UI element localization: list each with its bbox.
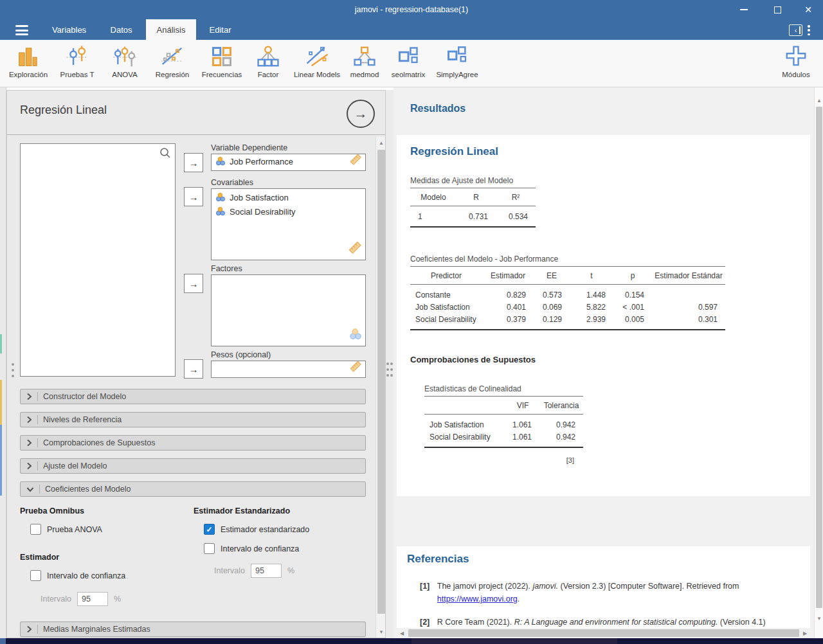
checkbox-unchecked-icon (204, 543, 215, 554)
section-comprobaciones-de-supuestos[interactable]: Comprobaciones de Supuestos (20, 435, 366, 451)
interval-input[interactable]: 95 (251, 564, 282, 578)
references-card: Referencias [1] The jamovi project (2022… (397, 546, 810, 628)
weights-field[interactable] (211, 361, 366, 378)
jamovi-org-link[interactable]: https://www.jamovi.org (437, 595, 518, 604)
table-footnote: [3] (424, 456, 583, 464)
reference-item: [1] The jamovi project (2022). jamovi. (… (420, 580, 761, 606)
scroll-left-icon[interactable]: ◀ (398, 628, 406, 638)
standardized-ci-checkbox[interactable]: Intervalo de confianza (204, 543, 299, 554)
variable-item[interactable]: Social Desirability (212, 204, 365, 219)
results-vertical-scrollbar[interactable]: ▲ ▼ (814, 87, 823, 638)
assign-covariates-button[interactable]: → (184, 187, 203, 206)
interval-input[interactable]: 95 (77, 592, 108, 606)
references-heading[interactable]: Referencias (407, 553, 469, 566)
ci-checkbox[interactable]: Intervalo de confianza (30, 570, 125, 581)
close-icon: ✕ (804, 5, 812, 14)
scroll-up-icon[interactable]: ▲ (815, 96, 823, 104)
ci-interval-row: Intervalo 95 % (41, 592, 121, 606)
collinearity-table[interactable]: VIF Tolerancia Job Satisfaction 1.061 0.… (424, 398, 583, 448)
table-row: Job Satisfaction 1.061 0.942 (424, 415, 583, 431)
run-arrow-icon: → (354, 106, 368, 121)
analysis-options-panel: Regresión Lineal → → → → → Variable Depe… (6, 90, 386, 638)
menu-button[interactable] (10, 24, 33, 37)
chevron-right-icon (26, 625, 32, 633)
continuous-variable-icon (215, 192, 226, 202)
maximize-button[interactable] (766, 0, 788, 19)
ribbon-pruebas-t-button[interactable]: Pruebas T (53, 42, 102, 85)
fit-table[interactable]: Modelo R R² 1 0.731 0.534 (410, 190, 536, 228)
weights-label: Pesos (opcional) (211, 350, 271, 359)
tab-datos[interactable]: Datos (96, 19, 146, 40)
coef-table-title: Coeficientes del Modelo - Job Performanc… (410, 255, 725, 267)
assign-weights-button[interactable]: → (184, 359, 203, 379)
ribbon-linear-models-button[interactable]: Linear Models (289, 42, 345, 85)
scrollbar-thumb[interactable] (408, 629, 799, 637)
panel-splitter[interactable] (386, 90, 393, 638)
tab-editar[interactable]: Editar (196, 19, 244, 40)
panel-resize-handle[interactable] (12, 363, 14, 377)
more-menu-icon[interactable] (806, 25, 812, 35)
dependent-variable-label: Variable Dependiente (211, 143, 287, 152)
simplyagree-icon (446, 42, 469, 71)
variable-item[interactable]: Job Satisfaction (212, 189, 365, 204)
ribbon-modulos-button[interactable]: Módulos (773, 42, 818, 85)
continuous-variable-icon (215, 156, 226, 166)
percent-label: % (114, 595, 121, 604)
omnibus-heading: Prueba Omnibus (20, 506, 84, 515)
section-ajuste-del-modelo[interactable]: Ajuste del Modelo (20, 458, 366, 474)
minimize-button[interactable] (733, 0, 755, 19)
ribbon-factor-button[interactable]: Factor (247, 42, 289, 85)
scroll-up-icon[interactable]: ▲ (376, 139, 386, 147)
dependent-variable-field[interactable]: Job Performance (211, 154, 366, 171)
hide-options-button[interactable]: → (347, 100, 375, 128)
frequencies-icon (210, 42, 233, 71)
results-horizontal-scrollbar[interactable]: ◀ ▶ (397, 628, 810, 638)
coef-table[interactable]: Predictor Estimador EE t p Estimador Est… (410, 268, 725, 330)
tab-analisis[interactable]: Análisis (146, 19, 196, 40)
analysis-results-title[interactable]: Regresión Lineal (410, 145, 498, 158)
scrollbar-thumb[interactable] (816, 107, 822, 608)
anova-test-checkbox[interactable]: Prueba ANOVA (30, 524, 102, 535)
seolmatrix-icon (397, 42, 420, 71)
scrollbar-thumb[interactable] (377, 150, 385, 614)
ribbon-exploracion-button[interactable]: Exploración (4, 42, 53, 85)
nominal-variable-icon (349, 328, 362, 343)
standardized-heading: Estimador Estandarizado (194, 506, 290, 515)
covariates-label: Covariables (211, 178, 253, 187)
tab-variables[interactable]: Variables (42, 19, 96, 40)
linear-models-icon (305, 42, 329, 71)
ribbon-anova-button[interactable]: ANOVA (102, 42, 148, 85)
interval-label: Intervalo (214, 566, 245, 575)
ribbon-regresion-button[interactable]: Regresión (148, 42, 197, 85)
analysis-title: Regresión Lineal (20, 103, 107, 117)
ribbon-simplyagree-button[interactable]: SimplyAgree (432, 42, 482, 85)
standardized-estimate-checkbox[interactable]: ✓ Estimador estandarizado (204, 524, 309, 535)
table-row: Job Satisfaction 0.401 0.069 5.822 < .00… (410, 301, 725, 314)
section-medias-marginales-estimadas[interactable]: Medias Marginales Estimadas (20, 622, 366, 637)
available-variables-list[interactable] (20, 143, 176, 377)
scroll-right-icon[interactable]: ▶ (801, 628, 809, 638)
assign-dependent-button[interactable]: → (184, 153, 203, 172)
anova-icon (113, 42, 137, 71)
covariates-box[interactable]: Job Satisfaction Social Desirability (211, 188, 366, 260)
search-icon[interactable] (159, 147, 172, 162)
factors-box[interactable] (211, 274, 366, 346)
section-constructor-del-modelo[interactable]: Constructor del Modelo (20, 389, 366, 404)
chevron-right-icon (26, 393, 32, 400)
fit-table-title: Medidas de Ajuste del Modelo (410, 176, 536, 188)
assign-factors-button[interactable]: → (184, 274, 203, 293)
ribbon-seolmatrix-button[interactable]: seolmatrix (384, 42, 432, 85)
close-button[interactable]: ✕ (797, 0, 819, 19)
modules-plus-icon (784, 42, 808, 71)
scroll-down-icon[interactable]: ▼ (815, 614, 823, 622)
ribbon-frecuencias-button[interactable]: Frecuencias (197, 42, 247, 85)
section-niveles-de-referencia[interactable]: Niveles de Referencia (20, 412, 366, 427)
options-scrollbar[interactable]: ▲ ▼ (375, 137, 386, 638)
variable-item[interactable]: Job Performance (212, 154, 365, 168)
ribbon-medmod-button[interactable]: medmod (345, 42, 384, 85)
assumptions-heading[interactable]: Comprobaciones de Supuestos (410, 355, 536, 364)
chevron-down-icon (26, 487, 34, 492)
results-panel-toggle-icon[interactable]: ‹ (789, 24, 802, 36)
scroll-down-icon[interactable]: ▼ (376, 628, 386, 636)
section-coeficientes-del-modelo[interactable]: Coeficientes del Modelo (20, 481, 366, 497)
